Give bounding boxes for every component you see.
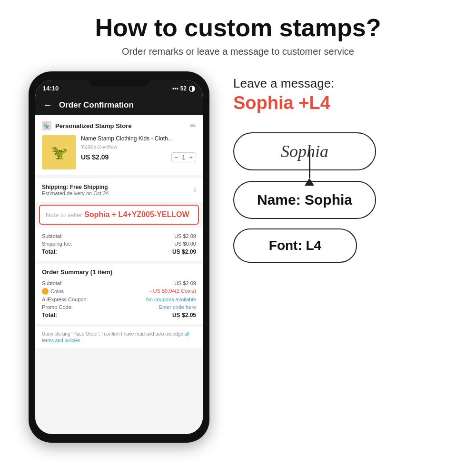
subtitle: Order remarks or leave a message to cust… <box>122 46 354 57</box>
status-right: ••• 52 ◑ <box>172 84 195 93</box>
phone-screen: 14:10 ••• 52 ◑ ← Order Confirmation <box>35 80 203 434</box>
phone-notch <box>88 76 150 87</box>
order-total-row: Total: US $2.05 <box>42 311 196 319</box>
product-name: Name Stamp Clothing Kids - Cloth... <box>81 135 196 143</box>
qty-plus[interactable]: + <box>189 154 193 161</box>
message-example: Sophia +L4 <box>233 93 330 113</box>
font-box: Font: L4 <box>233 228 357 263</box>
signal-strength: 52 <box>180 85 187 92</box>
shipping-fee-label: Shipping fee: <box>42 241 72 247</box>
product-image: 🦖 <box>42 135 76 169</box>
subtotal-value: US $2.09 <box>174 233 196 239</box>
nav-title: Order Confirmation <box>59 100 134 110</box>
qty-value: 1 <box>182 154 185 161</box>
price-summary-section: Subtotal: US $2.09 Shipping fee: US $0.0… <box>35 228 203 261</box>
promo-label: Promo Code: <box>42 304 73 310</box>
note-highlight-text: Sophia + L4+YZ005-YELLOW <box>84 210 189 218</box>
stamp-preview: Sophia <box>233 132 376 170</box>
product-price: US $2.09 <box>81 153 109 161</box>
signal-icon: ••• <box>172 85 178 92</box>
edit-icon[interactable]: ✏ <box>190 121 196 130</box>
page: How to custom stamps? Order remarks or l… <box>0 0 476 476</box>
order-subtotal-row: Subtotal: US $2.09 <box>42 279 196 287</box>
coins-value: - US $0.04(2 Coins) <box>150 288 196 295</box>
order-summary-section: Order Summary (1 item) Subtotal: US $2.0… <box>35 264 203 324</box>
total-row: Total: US $2.09 <box>42 248 196 256</box>
product-variant: YZ005-2-yellow <box>81 144 196 149</box>
promo-row: Promo Code: Enter code here <box>42 303 196 311</box>
footer-text: Upon clicking 'Place Order', I confirm I… <box>42 331 183 337</box>
shipping-section[interactable]: Shipping: Free Shipping Estimated delive… <box>35 178 203 202</box>
arrow-line <box>309 149 310 178</box>
shipping-info: Shipping: Free Shipping Estimated delive… <box>42 184 109 196</box>
store-name-row: 🏪 Personalized Stamp Store <box>42 121 131 130</box>
font-box-text: Font: L4 <box>269 238 321 253</box>
order-total-value: US $2.05 <box>172 312 196 318</box>
coins-row: Coins - US $0.04(2 Coins) <box>42 287 196 296</box>
screen-content: 🏪 Personalized Stamp Store ✏ 🦖 <box>35 115 203 434</box>
back-icon[interactable]: ← <box>43 99 52 110</box>
product-emoji: 🦖 <box>51 145 68 160</box>
shipping-sub: Estimated delivery on Oct 24 <box>42 190 109 196</box>
leave-message-label: Leave a message: <box>233 76 334 91</box>
order-total-label: Total: <box>42 312 57 318</box>
product-info: Name Stamp Clothing Kids - Cloth... YZ00… <box>81 135 196 162</box>
coupon-row: AliExpress Coupon: No coupons available <box>42 296 196 303</box>
product-price-row: US $2.09 − 1 + <box>81 152 196 162</box>
stamp-preview-text: Sophia <box>281 141 328 161</box>
shipping-title: Shipping: Free Shipping <box>42 184 109 190</box>
coins-text: Coins <box>50 288 64 294</box>
store-header: 🏪 Personalized Stamp Store ✏ <box>42 121 196 130</box>
total-label: Total: <box>42 248 57 255</box>
phone-section: 14:10 ••• 52 ◑ ← Order Confirmation <box>19 71 219 466</box>
name-box: Name: Sophia <box>233 181 376 219</box>
order-summary-title: Order Summary (1 item) <box>42 268 196 276</box>
status-time: 14:10 <box>43 85 59 92</box>
qty-minus[interactable]: − <box>175 154 178 161</box>
order-subtotal-value: US $2.09 <box>174 280 196 286</box>
subtotal-row: Subtotal: US $2.09 <box>42 232 196 240</box>
footer-note: Upon clicking 'Place Order', I confirm I… <box>35 327 203 348</box>
note-section[interactable]: Note to seller Sophia + L4+YZ005-YELLOW <box>39 205 199 225</box>
qty-control[interactable]: − 1 + <box>171 152 196 162</box>
note-placeholder: Note to seller <box>46 211 82 218</box>
order-subtotal-label: Subtotal: <box>42 280 62 286</box>
store-icon: 🏪 <box>42 121 51 130</box>
coin-icon <box>42 288 49 295</box>
name-box-text: Name: Sophia <box>257 192 352 208</box>
main-title: How to custom stamps? <box>95 14 381 41</box>
promo-value[interactable]: Enter code here <box>159 304 196 310</box>
store-name: Personalized Stamp Store <box>55 122 131 129</box>
shipping-fee-row: Shipping fee: US $0.00 <box>42 240 196 248</box>
coupon-value[interactable]: No coupons available <box>146 297 196 302</box>
coins-label: Coins <box>42 288 64 295</box>
battery-icon: ◑ <box>188 84 195 93</box>
nav-bar: ← Order Confirmation <box>35 95 203 115</box>
phone-frame: 14:10 ••• 52 ◑ ← Order Confirmation <box>29 71 209 443</box>
chevron-right-icon: › <box>194 186 196 194</box>
product-row: 🦖 Name Stamp Clothing Kids - Cloth... YZ… <box>42 135 196 169</box>
coupon-label: AliExpress Coupon: <box>42 297 88 302</box>
content-row: 14:10 ••• 52 ◑ ← Order Confirmation <box>19 71 457 466</box>
subtotal-label: Subtotal: <box>42 233 62 239</box>
shipping-fee-value: US $0.00 <box>174 241 196 247</box>
store-section: 🏪 Personalized Stamp Store ✏ 🦖 <box>35 115 203 175</box>
instructions-section: Leave a message: Sophia +L4 Sophia Name:… <box>233 71 457 466</box>
total-value: US $2.09 <box>172 248 196 255</box>
